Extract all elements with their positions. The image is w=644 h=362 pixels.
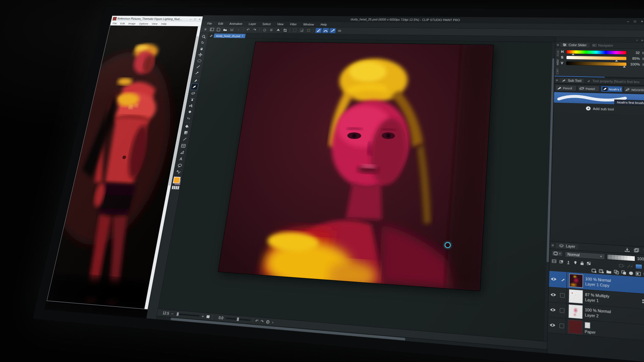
- airbrush-tool-icon[interactable]: [188, 96, 196, 102]
- menu-animation[interactable]: Animation: [226, 22, 246, 25]
- rotate-view-tool-icon[interactable]: ↻: [199, 40, 206, 46]
- layer-thumbnail[interactable]: [569, 304, 583, 319]
- zoom-slider[interactable]: [175, 313, 200, 317]
- tab-close-icon[interactable]: ×: [242, 35, 243, 37]
- palette-color-dropdown[interactable]: ▼: [552, 250, 563, 257]
- clear-icon[interactable]: [261, 27, 268, 32]
- fit-screen-icon[interactable]: [206, 315, 210, 319]
- rotate-ccw-icon[interactable]: ↶: [255, 319, 259, 323]
- saturation-stepper[interactable]: ▲▼: [642, 57, 644, 60]
- tab-tool-property[interactable]: Tool property [Noah's first brush]: [585, 79, 640, 85]
- color-swatches[interactable]: [173, 177, 181, 185]
- ref-menu-file[interactable]: File: [112, 22, 117, 25]
- snap-grid-icon[interactable]: [329, 28, 336, 33]
- menu-window[interactable]: Window: [300, 23, 317, 26]
- extra-command-icon[interactable]: [336, 28, 343, 33]
- crop-icon[interactable]: [282, 28, 288, 33]
- new-raster-layer-icon[interactable]: [591, 268, 597, 273]
- gradient-tool-icon[interactable]: [182, 129, 190, 136]
- object-tool-icon[interactable]: [197, 52, 204, 58]
- decoration-tool-icon[interactable]: [187, 102, 195, 109]
- canvas-tab[interactable]: study_head_25.psd ×: [214, 34, 246, 38]
- dock-collapse-all-icon[interactable]: »: [641, 38, 643, 42]
- text-tool-icon[interactable]: A: [177, 156, 185, 162]
- fill-tool-icon[interactable]: [183, 123, 191, 129]
- brush-noahs-first[interactable]: Noah's f: [601, 86, 623, 92]
- brush-noahs[interactable]: NOAHS: [624, 86, 644, 93]
- layer-mask-icon[interactable]: [629, 271, 633, 275]
- menu-icon[interactable]: ≡: [202, 27, 209, 32]
- canvas-area[interactable]: [158, 38, 555, 341]
- mode-hsv[interactable]: HSV: [556, 59, 559, 65]
- auto-select-tool-icon[interactable]: [194, 64, 202, 70]
- menu-layer[interactable]: Layer: [245, 22, 259, 25]
- saturation-slider[interactable]: [566, 56, 626, 60]
- snap-special-ruler-icon[interactable]: [322, 28, 329, 33]
- lock-layer-icon[interactable]: [580, 261, 584, 265]
- ref-menu-view[interactable]: View: [152, 22, 158, 25]
- import-layer-icon[interactable]: [625, 247, 630, 252]
- balloon-tool-icon[interactable]: [178, 149, 186, 156]
- blend-tool-icon[interactable]: [185, 115, 192, 121]
- menu-filter[interactable]: Filter: [286, 23, 300, 26]
- eyedropper-tool-icon[interactable]: [193, 70, 201, 76]
- mode-rgb[interactable]: RGB: [556, 50, 559, 56]
- new-file-icon[interactable]: [215, 27, 222, 32]
- eye-icon[interactable]: [551, 277, 557, 281]
- draft-layer-icon[interactable]: [573, 261, 577, 265]
- hue-slider[interactable]: [567, 50, 626, 54]
- redo-icon[interactable]: ↷: [252, 27, 258, 32]
- tab-sub-tool[interactable]: Sub Tool: [559, 78, 584, 83]
- dock-collapse-icon[interactable]: ›: [636, 38, 637, 42]
- brush-tool-icon[interactable]: [191, 84, 198, 90]
- transparent-color-swatch[interactable]: [172, 186, 180, 189]
- ref-menu-help[interactable]: Help: [161, 22, 167, 25]
- close-icon[interactable]: ×: [641, 20, 643, 23]
- minimize-icon[interactable]: –: [190, 18, 192, 20]
- canvas-document[interactable]: [218, 42, 493, 291]
- open-file-icon[interactable]: [222, 27, 229, 32]
- menu-select[interactable]: Select: [259, 22, 274, 25]
- menu-edit[interactable]: Edit: [215, 22, 226, 25]
- close-icon[interactable]: ×: [198, 18, 201, 20]
- selection-tool-icon[interactable]: [196, 58, 203, 64]
- move-tool-icon[interactable]: [198, 46, 205, 52]
- reset-rotation-icon[interactable]: [266, 320, 270, 324]
- duplicate-layer-icon[interactable]: [634, 248, 639, 253]
- speech-balloon-tool-icon[interactable]: [176, 162, 184, 169]
- selection-half-icon[interactable]: [298, 28, 305, 33]
- lock-transparent-icon[interactable]: [587, 261, 591, 265]
- save-icon[interactable]: [229, 27, 235, 32]
- ref-menu-image[interactable]: Image: [128, 22, 136, 25]
- reference-layer-icon[interactable]: [566, 260, 571, 264]
- blend-mode-dropdown[interactable]: Normal ▼: [565, 251, 605, 260]
- combine-down-icon[interactable]: [621, 270, 626, 275]
- correct-line-tool-icon[interactable]: [175, 169, 182, 175]
- menu-help[interactable]: Help: [317, 23, 330, 26]
- transfer-down-icon[interactable]: [614, 270, 619, 274]
- eye-icon[interactable]: [549, 323, 556, 327]
- zoom-out-icon[interactable]: −: [171, 312, 174, 316]
- figure-tool-icon[interactable]: [181, 136, 189, 143]
- menu-view[interactable]: View: [274, 23, 287, 26]
- fill-command-icon[interactable]: [268, 28, 275, 33]
- rotation-slider[interactable]: [225, 317, 250, 321]
- zoom-tool-icon[interactable]: [200, 34, 207, 40]
- tab-layer[interactable]: Layer: [556, 243, 578, 249]
- brush-pencil[interactable]: Pencil: [555, 85, 577, 91]
- snap-ruler-icon[interactable]: [315, 28, 322, 33]
- mask-to-selection-icon[interactable]: [636, 272, 641, 276]
- ref-menu-options[interactable]: Options: [139, 22, 149, 25]
- layer-thumbnail[interactable]: [569, 289, 583, 304]
- ref-menu-edit[interactable]: Edit: [120, 22, 125, 25]
- eraser-tool-icon[interactable]: [186, 109, 193, 115]
- mode-cmy[interactable]: CMY: [555, 68, 559, 74]
- maximize-icon[interactable]: □: [194, 18, 196, 20]
- layer-checkbox[interactable]: [560, 293, 565, 298]
- panel-menu-icon[interactable]: ≡: [556, 78, 558, 82]
- navigate-icon[interactable]: [275, 28, 281, 33]
- selection-launcher-icon[interactable]: [635, 264, 642, 270]
- pen-tool-icon[interactable]: [192, 78, 199, 84]
- collapse-navbar-icon[interactable]: ‹: [272, 320, 274, 324]
- split-panel-icon[interactable]: [552, 259, 557, 263]
